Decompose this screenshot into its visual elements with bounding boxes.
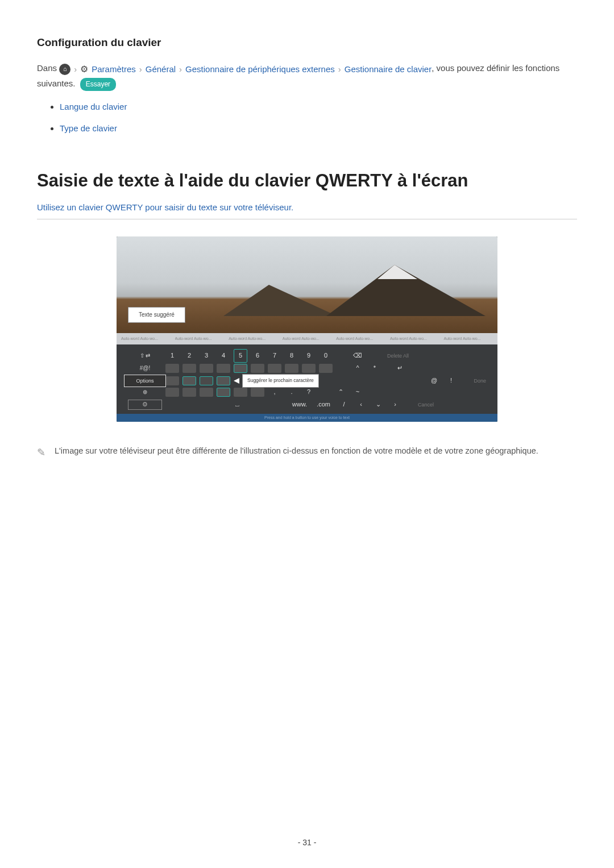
at-key[interactable]: @ bbox=[427, 376, 441, 386]
star-key[interactable]: * bbox=[368, 363, 381, 373]
mountain-shape bbox=[223, 285, 337, 316]
key-f[interactable] bbox=[217, 376, 230, 385]
keyboard-screenshot: Texte suggéré Auto-word Auto-wo... Auto-… bbox=[117, 236, 497, 422]
gear-icon: ⚙ bbox=[80, 62, 88, 77]
try-now-button[interactable]: Essayer bbox=[80, 78, 116, 91]
crumb-general[interactable]: Général bbox=[146, 63, 176, 76]
key-s[interactable] bbox=[182, 376, 196, 385]
symbols-key[interactable]: #@! bbox=[128, 364, 162, 373]
delete-all-button[interactable]: Delete All bbox=[387, 352, 409, 360]
prediction-item: Auto-word Auto-wo... bbox=[443, 335, 493, 342]
key-w[interactable] bbox=[182, 364, 196, 373]
prediction-item: Auto-word Auto-wo... bbox=[121, 335, 171, 342]
slash-key[interactable]: / bbox=[337, 400, 351, 410]
shift-key[interactable]: ⇧ ⇄ bbox=[128, 351, 162, 360]
prediction-item: Auto-word Auto-wo... bbox=[283, 335, 332, 342]
key-r[interactable] bbox=[217, 364, 230, 373]
key-i[interactable] bbox=[285, 364, 298, 373]
key-2[interactable]: 2 bbox=[182, 351, 196, 361]
mountain-shape bbox=[326, 265, 486, 316]
key-q[interactable] bbox=[165, 364, 179, 373]
chevron-right-icon: › bbox=[74, 63, 77, 76]
options-button[interactable]: Options bbox=[124, 375, 165, 387]
prediction-item: Auto-word Auto-wo... bbox=[175, 335, 225, 342]
onscreen-keyboard: ⇧ ⇄ 1 2 3 4 5 6 7 8 9 0 ⌫ Delete All #@! bbox=[117, 344, 497, 422]
key-9[interactable]: 9 bbox=[302, 351, 316, 361]
footnote: ✎ L'image sur votre téléviseur peut être… bbox=[37, 445, 577, 461]
key-e[interactable] bbox=[200, 364, 213, 373]
key-5[interactable]: 5 bbox=[234, 349, 247, 363]
key-a[interactable] bbox=[165, 376, 179, 385]
next-char-tooltip: Suggérer le prochain caractère bbox=[242, 374, 319, 388]
key-4[interactable]: 4 bbox=[217, 351, 230, 361]
heading-keyboard-config: Configuration du clavier bbox=[37, 34, 577, 51]
com-key[interactable]: .com bbox=[313, 400, 334, 410]
key-d[interactable] bbox=[200, 376, 213, 385]
period-key[interactable]: . bbox=[285, 387, 298, 397]
background-image: Texte suggéré bbox=[117, 236, 497, 333]
key-n[interactable] bbox=[251, 388, 264, 397]
crumb-settings[interactable]: Paramètres bbox=[92, 63, 136, 76]
tooltip-arrow bbox=[234, 378, 239, 384]
right-arrow-key[interactable]: › bbox=[388, 400, 402, 410]
settings-key[interactable]: ⚙ bbox=[128, 400, 162, 410]
cancel-button[interactable]: Cancel bbox=[418, 401, 434, 409]
home-icon: ⌂ bbox=[59, 64, 70, 75]
option-keyboard-type[interactable]: Type de clavier bbox=[60, 122, 577, 135]
key-z[interactable] bbox=[165, 388, 179, 397]
prediction-item: Auto-word Auto-wo... bbox=[229, 335, 278, 342]
key-6[interactable]: 6 bbox=[251, 351, 264, 361]
caret-key[interactable]: ^ bbox=[351, 363, 364, 373]
key-p[interactable] bbox=[319, 364, 333, 373]
question-key[interactable]: ? bbox=[302, 387, 316, 397]
key-y[interactable] bbox=[251, 364, 264, 373]
qwerty-subtitle: Utilisez un clavier QWERTY pour saisir d… bbox=[37, 201, 577, 219]
crumb-keyboard-mgr[interactable]: Gestionnaire de clavier bbox=[345, 63, 432, 76]
done-button[interactable]: Done bbox=[474, 377, 486, 385]
left-arrow-key[interactable]: ‹ bbox=[354, 400, 368, 410]
page-number: - 31 - bbox=[37, 836, 577, 849]
enter-key[interactable]: ↵ bbox=[393, 363, 406, 373]
chevron-right-icon: › bbox=[139, 63, 142, 76]
key-u[interactable] bbox=[268, 364, 281, 373]
prediction-row: Auto-word Auto-wo... Auto-word Auto-wo..… bbox=[117, 333, 497, 344]
key-8[interactable]: 8 bbox=[285, 351, 298, 361]
www-key[interactable]: www. bbox=[289, 400, 310, 410]
prediction-item: Auto-word Auto-wo... bbox=[390, 335, 439, 342]
key-v[interactable] bbox=[217, 388, 230, 397]
suggested-text-label: Texte suggéré bbox=[128, 307, 185, 323]
prediction-item: Auto-word Auto-wo... bbox=[336, 335, 385, 342]
chevron-right-icon: › bbox=[179, 63, 182, 76]
key-0[interactable]: 0 bbox=[319, 351, 333, 361]
footnote-text: L'image sur votre téléviseur peut être d… bbox=[55, 445, 538, 461]
key-x[interactable] bbox=[182, 388, 196, 397]
key-c[interactable] bbox=[200, 388, 213, 397]
heading-qwerty: Saisie de texte à l'aide du clavier QWER… bbox=[37, 167, 577, 195]
globe-key[interactable]: ⊕ bbox=[128, 388, 162, 397]
key-7[interactable]: 7 bbox=[268, 351, 281, 361]
options-list: Langue du clavier Type de clavier bbox=[60, 100, 577, 135]
comma-key[interactable]: , bbox=[268, 387, 281, 397]
pencil-icon: ✎ bbox=[37, 445, 45, 461]
angle-up-key[interactable]: ⌃ bbox=[334, 387, 347, 397]
crumb-ext-device-mgr[interactable]: Gestionnaire de périphériques externes bbox=[185, 63, 335, 76]
intro-paragraph: Dans ⌂ › ⚙ Paramètres › Général › Gestio… bbox=[37, 61, 577, 91]
tilde-key[interactable]: ~ bbox=[351, 387, 364, 397]
keyboard-hint: Press and hold a button to use your voic… bbox=[117, 414, 497, 422]
backspace-key[interactable]: ⌫ bbox=[351, 351, 364, 361]
intro-text-before: Dans bbox=[37, 63, 57, 73]
key-o[interactable] bbox=[302, 364, 316, 373]
spacebar[interactable]: ⎵ bbox=[220, 400, 254, 410]
down-arrow-key[interactable]: ⌄ bbox=[371, 400, 385, 410]
exclaim-key[interactable]: ! bbox=[444, 376, 458, 386]
option-keyboard-language[interactable]: Langue du clavier bbox=[60, 100, 577, 114]
key-b[interactable] bbox=[234, 388, 247, 397]
key-3[interactable]: 3 bbox=[200, 351, 213, 361]
breadcrumb: ⌂ › ⚙ Paramètres › Général › Gestionnair… bbox=[59, 62, 432, 77]
key-1[interactable]: 1 bbox=[165, 351, 179, 361]
chevron-right-icon: › bbox=[338, 63, 341, 76]
key-t[interactable] bbox=[234, 364, 247, 373]
